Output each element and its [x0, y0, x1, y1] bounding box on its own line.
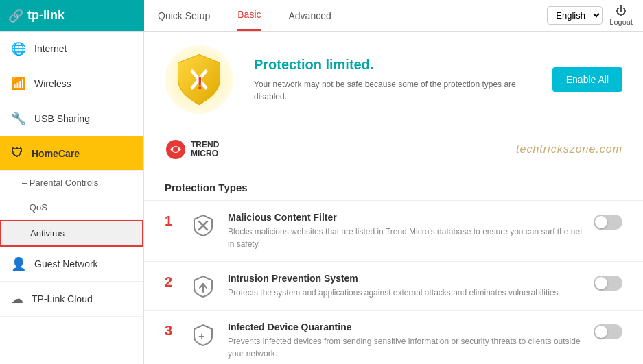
banner-text: Protection limited. Your network may not…: [254, 57, 532, 103]
content-area: ! Protection limited. Your network may n…: [144, 32, 643, 364]
protection-item-2: 2 Intrusion Prevention System Protects t…: [144, 262, 643, 311]
protection-title: Protection limited.: [254, 57, 532, 73]
sidebar-item-homecare[interactable]: 🛡 HomeCare: [0, 136, 143, 171]
logout-label: Logout: [609, 18, 633, 26]
toggle-3[interactable]: [594, 324, 622, 339]
protection-desc-2: Protects the system and applications aga…: [228, 287, 583, 299]
protection-text-1: Malicious Content Filter Blocks maliciou…: [228, 212, 583, 250]
nav-advanced[interactable]: Advanced: [289, 0, 331, 31]
brand-row: TREND MICRO techtrickszone.com: [144, 128, 643, 171]
enable-all-button[interactable]: Enable All: [552, 67, 622, 92]
protection-icon-2: [189, 274, 217, 299]
shield-wrapper: !: [165, 45, 233, 114]
protection-icon-1: [189, 213, 217, 238]
protection-text-2: Intrusion Prevention System Protects the…: [228, 273, 583, 299]
sidebar-sub-qos[interactable]: – QoS: [0, 195, 143, 220]
sidebar-item-internet-label: Internet: [34, 43, 67, 54]
toggle-wrap-1: [594, 215, 622, 230]
nav-links: Quick Setup Basic Advanced: [144, 0, 547, 31]
protection-icon-3: +: [189, 323, 217, 348]
trend-micro-icon: [165, 138, 187, 160]
sidebar-item-internet[interactable]: 🌐 Internet: [0, 32, 143, 66]
logout-button[interactable]: ⏻ Logout: [609, 5, 633, 26]
cloud-icon: ☁: [11, 291, 23, 306]
logout-icon: ⏻: [616, 5, 627, 17]
logo-text: tp-link: [27, 8, 65, 23]
toggle-wrap-3: [594, 324, 622, 339]
trend-micro-logo: TREND MICRO: [165, 138, 219, 160]
micro-label: MICRO: [191, 149, 219, 158]
svg-text:+: +: [198, 330, 204, 342]
protection-banner: ! Protection limited. Your network may n…: [144, 32, 643, 128]
protection-desc-1: Blocks malicious websites that are liste…: [228, 226, 583, 250]
sidebar-item-usb-label: USB Sharing: [34, 113, 90, 124]
main-layout: 🌐 Internet 📶 Wireless 🔧 USB Sharing 🛡 Ho…: [0, 32, 643, 364]
sidebar-sub-antivirus[interactable]: – Antivirus: [0, 220, 143, 247]
malicious-filter-icon: [191, 213, 215, 238]
intrusion-prevention-icon: [191, 274, 215, 299]
protection-description: Your network may not be safe because som…: [254, 78, 532, 103]
protection-name-3: Infected Device Quarantine: [228, 321, 583, 332]
protection-types-header: Protection Types: [144, 171, 643, 201]
sidebar-item-usb-sharing[interactable]: 🔧 USB Sharing: [0, 101, 143, 136]
protection-item-3: 3 + Infected Device Quarantine Prevents …: [144, 311, 643, 364]
protection-desc-3: Prevents infected devices from sending s…: [228, 335, 583, 360]
svg-point-4: [173, 147, 178, 152]
logo: 🔗 tp-link: [8, 8, 65, 23]
protection-name-2: Intrusion Prevention System: [228, 273, 583, 284]
sidebar-item-guest-network[interactable]: 👤 Guest Network: [0, 247, 143, 282]
infected-device-icon: +: [191, 323, 215, 348]
nav-right: English ⏻ Logout: [547, 5, 643, 26]
toggle-2[interactable]: [594, 276, 622, 291]
sidebar: 🌐 Internet 📶 Wireless 🔧 USB Sharing 🛡 Ho…: [0, 32, 144, 364]
sidebar-item-wireless[interactable]: 📶 Wireless: [0, 66, 143, 101]
guest-network-icon: 👤: [11, 256, 26, 271]
sidebar-item-tp-link-cloud[interactable]: ☁ TP-Link Cloud: [0, 282, 143, 317]
sidebar-item-cloud-label: TP-Link Cloud: [32, 293, 93, 304]
trend-micro-text: TREND MICRO: [191, 141, 219, 158]
sidebar-item-guest-label: Guest Network: [34, 258, 98, 269]
svg-text:!: !: [197, 73, 203, 93]
top-nav: 🔗 tp-link Quick Setup Basic Advanced Eng…: [0, 0, 643, 32]
protection-number-1: 1: [165, 213, 178, 229]
usb-icon: 🔧: [11, 111, 26, 126]
protection-number-3: 3: [165, 323, 178, 339]
language-select[interactable]: English: [547, 6, 603, 25]
nav-basic[interactable]: Basic: [237, 0, 261, 31]
shield-svg: !: [175, 52, 223, 107]
protection-name-1: Malicious Content Filter: [228, 212, 583, 223]
protection-text-3: Infected Device Quarantine Prevents infe…: [228, 321, 583, 360]
toggle-wrap-2: [594, 276, 622, 291]
sidebar-item-homecare-label: HomeCare: [32, 148, 80, 159]
sidebar-item-wireless-label: Wireless: [34, 78, 71, 89]
homecare-icon: 🛡: [11, 146, 23, 160]
sidebar-sub-parental-controls[interactable]: – Parental Controls: [0, 171, 143, 195]
logo-icon: 🔗: [8, 8, 23, 23]
nav-quick-setup[interactable]: Quick Setup: [158, 0, 210, 31]
internet-icon: 🌐: [11, 41, 26, 56]
protection-item-1: 1 Malicious Content Filter Blocks malici…: [144, 201, 643, 262]
watermark-text: techtrickszone.com: [516, 143, 622, 156]
toggle-1[interactable]: [594, 215, 622, 230]
logo-area: 🔗 tp-link: [0, 0, 144, 31]
wireless-icon: 📶: [11, 76, 26, 91]
protection-number-2: 2: [165, 274, 178, 290]
